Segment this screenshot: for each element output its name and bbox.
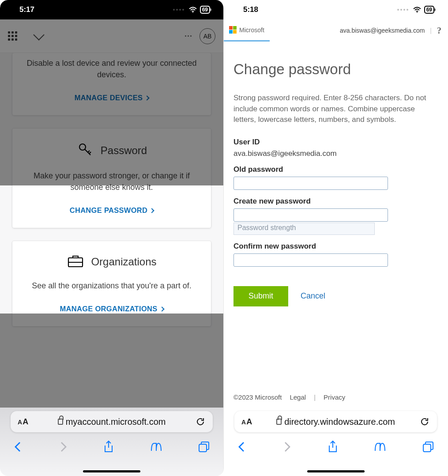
password-strength-meter: Password strength bbox=[233, 223, 375, 235]
chevron-right-icon bbox=[150, 208, 154, 213]
old-password-label: Old password bbox=[233, 165, 438, 174]
share-button[interactable] bbox=[327, 440, 339, 455]
chevron-right-icon bbox=[159, 307, 164, 312]
battery-icon: 69 bbox=[200, 6, 210, 14]
share-button[interactable] bbox=[103, 440, 114, 455]
help-icon[interactable]: ? bbox=[437, 26, 441, 36]
microsoft-brand[interactable]: Microsoft bbox=[224, 19, 270, 42]
address-bar[interactable]: AA myaccount.microsoft.com bbox=[11, 411, 213, 432]
text-size-button[interactable]: AA bbox=[18, 417, 28, 427]
devices-description: Disable a lost device and review your co… bbox=[22, 57, 201, 80]
manage-devices-link[interactable]: MANAGE DEVICES bbox=[75, 94, 149, 102]
wifi-icon bbox=[413, 7, 422, 13]
organizations-title: Organizations bbox=[91, 256, 156, 268]
bookmarks-button[interactable] bbox=[150, 441, 163, 454]
more-icon[interactable] bbox=[185, 35, 192, 37]
app-launcher-icon[interactable] bbox=[8, 31, 17, 41]
page-footer: ©2023 Microsoft Legal | Privacy bbox=[224, 390, 448, 405]
password-requirements: Strong password required. Enter 8-256 ch… bbox=[233, 93, 438, 125]
cell-dots-icon bbox=[397, 9, 408, 11]
manage-organizations-link[interactable]: MANAGE ORGANIZATIONS bbox=[60, 305, 163, 313]
chevron-right-icon bbox=[145, 96, 150, 101]
safari-chrome: AA directory.windowsazure.com bbox=[224, 408, 448, 476]
safari-chrome: AA myaccount.microsoft.com bbox=[0, 408, 223, 476]
reload-icon[interactable] bbox=[195, 416, 206, 427]
wifi-icon bbox=[188, 7, 197, 13]
tabs-button[interactable] bbox=[422, 441, 434, 455]
user-id-label: User ID bbox=[233, 138, 438, 147]
microsoft-logo-icon bbox=[229, 26, 237, 34]
submit-button[interactable]: Submit bbox=[233, 286, 288, 306]
change-password-link[interactable]: CHANGE PASSWORD bbox=[70, 206, 154, 214]
lock-icon bbox=[276, 419, 282, 425]
tabs-button[interactable] bbox=[198, 441, 210, 455]
change-password-form: Change password Strong password required… bbox=[224, 42, 448, 306]
old-password-input[interactable] bbox=[233, 177, 388, 190]
microsoft-header: Microsoft ava.biswas@igeeksmedia.com | ? bbox=[224, 19, 448, 42]
new-password-input[interactable] bbox=[233, 208, 388, 222]
reload-icon[interactable] bbox=[419, 416, 430, 427]
svg-point-4 bbox=[417, 12, 418, 13]
password-description: Make your password stronger, or change i… bbox=[22, 170, 201, 193]
battery-icon: 69 bbox=[424, 6, 434, 14]
avatar[interactable]: AB bbox=[200, 28, 215, 44]
new-password-label: Create new password bbox=[233, 197, 438, 206]
briefcase-icon bbox=[67, 253, 84, 270]
svg-point-0 bbox=[192, 12, 193, 13]
confirm-password-label: Confirm new password bbox=[233, 242, 438, 251]
svg-rect-5 bbox=[423, 444, 431, 452]
status-bar: 5:18 69 bbox=[224, 0, 448, 19]
chevron-down-icon[interactable] bbox=[33, 29, 44, 40]
organizations-description: See all the organizations that you're a … bbox=[22, 280, 201, 291]
svg-point-1 bbox=[79, 144, 86, 150]
footer-privacy-link[interactable]: Privacy bbox=[324, 393, 345, 401]
bookmarks-button[interactable] bbox=[373, 441, 387, 454]
home-indicator bbox=[307, 470, 365, 472]
url-text: directory.windowsazure.com bbox=[284, 417, 395, 427]
cancel-link[interactable]: Cancel bbox=[301, 291, 325, 301]
text-size-button[interactable]: AA bbox=[241, 417, 252, 427]
app-header: AB bbox=[0, 19, 223, 53]
password-title: Password bbox=[101, 144, 147, 157]
organizations-tile: Organizations See all the organizations … bbox=[12, 241, 211, 326]
address-bar[interactable]: AA directory.windowsazure.com bbox=[234, 411, 437, 432]
forward-button bbox=[282, 441, 292, 455]
footer-copyright: ©2023 Microsoft bbox=[233, 393, 282, 401]
forward-button bbox=[58, 441, 68, 455]
status-time: 5:18 bbox=[243, 5, 258, 14]
footer-legal-link[interactable]: Legal bbox=[290, 393, 306, 401]
lock-icon bbox=[58, 419, 63, 425]
status-bar: 5:17 69 bbox=[0, 0, 223, 19]
confirm-password-input[interactable] bbox=[233, 253, 388, 267]
back-button[interactable] bbox=[237, 441, 247, 455]
devices-tile: Disable a lost device and review your co… bbox=[12, 53, 211, 115]
key-icon bbox=[76, 141, 94, 160]
back-button[interactable] bbox=[13, 441, 23, 455]
svg-rect-3 bbox=[199, 444, 207, 452]
home-indicator bbox=[83, 470, 140, 472]
cell-dots-icon bbox=[173, 9, 184, 11]
phone-left: 5:17 69 AB Disable a lost device and rev… bbox=[0, 0, 224, 476]
account-email[interactable]: ava.biswas@igeeksmedia.com bbox=[340, 27, 425, 34]
user-id-value: ava.biswas@igeeksmedia.com bbox=[233, 149, 438, 158]
password-tile: Password Make your password stronger, or… bbox=[12, 128, 211, 228]
status-time: 5:17 bbox=[19, 5, 34, 14]
phone-right: 5:18 69 Microsoft ava.biswas@igeeksmedia… bbox=[224, 0, 448, 476]
page-title: Change password bbox=[233, 61, 438, 78]
url-text: myaccount.microsoft.com bbox=[66, 417, 166, 427]
